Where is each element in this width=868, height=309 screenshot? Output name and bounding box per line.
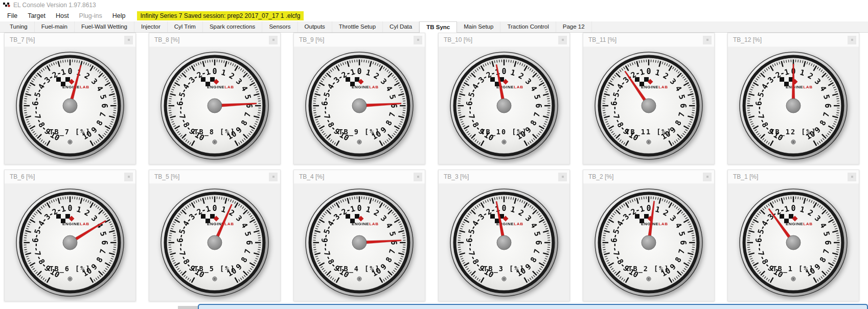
- panel-title: TB_2 [%]: [588, 173, 613, 180]
- tab-tuning[interactable]: Tuning: [3, 21, 35, 32]
- needle-hub: [63, 235, 77, 250]
- svg-text:0: 0: [67, 67, 72, 76]
- title-bar: EL Console Version 1.97.8613: [0, 0, 868, 10]
- panel-body: -10-9-8-7-6-5-4-3-2-1012345678910ENGINEL…: [294, 47, 425, 164]
- panel-title: TB_3 [%]: [444, 173, 469, 180]
- needle-hub: [642, 99, 656, 113]
- menu-item-host[interactable]: Host: [51, 11, 74, 21]
- svg-text:ENGINELAB: ENGINELAB: [786, 222, 813, 226]
- tab-outputs[interactable]: Outputs: [298, 21, 332, 32]
- menu-item-plug-ins[interactable]: Plug-ins: [74, 11, 107, 21]
- panel-body: -10-9-8-7-6-5-4-3-2-1012345678910ENGINEL…: [294, 184, 425, 301]
- tab-traction-control[interactable]: Traction Control: [500, 21, 556, 32]
- panel-body: -10-9-8-7-6-5-4-3-2-1012345678910ENGINEL…: [149, 184, 280, 301]
- panel-title: TB_11 [%]: [588, 36, 616, 43]
- tab-main-setup[interactable]: Main Setup: [457, 21, 500, 32]
- panel-body: -10-9-8-7-6-5-4-3-2-1012345678910ENGINEL…: [5, 184, 135, 301]
- svg-text:6: 6: [100, 240, 109, 245]
- svg-text:0: 0: [501, 204, 506, 213]
- panel-menu-button[interactable]: [414, 173, 422, 181]
- tab-injector[interactable]: Injector: [134, 21, 168, 32]
- panel-menu-button[interactable]: [848, 36, 856, 44]
- panel-title: TB_6 [%]: [10, 173, 35, 180]
- dial-label: TB_12 [%]: [770, 128, 816, 136]
- menu-item-target[interactable]: Target: [22, 11, 51, 21]
- background-window-edge[interactable]: [198, 304, 868, 309]
- tab-fuel-wall-wetting[interactable]: Fuel-Wall Wetting: [75, 21, 134, 32]
- needle-hub: [497, 99, 511, 113]
- panel-title: TB_8 [%]: [154, 36, 179, 43]
- svg-text:0: 0: [357, 67, 361, 76]
- panel-title: TB_1 [%]: [733, 173, 758, 180]
- svg-text:6: 6: [534, 240, 543, 245]
- tab-tb-sync[interactable]: TB Sync: [419, 21, 457, 33]
- panel-menu-button[interactable]: [124, 173, 133, 181]
- gauge-dial-tb_8: -10-9-8-7-6-5-4-3-2-1012345678910ENGINEL…: [161, 52, 269, 160]
- tab-spark-corrections[interactable]: Spark corrections: [203, 21, 262, 32]
- panel-menu-button[interactable]: [703, 173, 712, 181]
- panel-title: TB_10 [%]: [444, 36, 472, 43]
- panel-menu-button[interactable]: [558, 36, 567, 44]
- panel-body: -10-9-8-7-6-5-4-3-2-1012345678910ENGINEL…: [5, 47, 135, 164]
- session-label: Infinity Series 7 Saved session: prep2 2…: [137, 11, 304, 20]
- panel-header: TB_8 [%]: [149, 33, 280, 47]
- gauge-panel-tb_1: TB_1 [%]-10-9-8-7-6-5-4-3-2-101234567891…: [727, 170, 859, 301]
- window-title: EL Console Version 1.97.8613: [13, 2, 96, 9]
- panel-title: TB_7 [%]: [10, 36, 35, 43]
- panel-header: TB_10 [%]: [439, 33, 569, 47]
- checkered-flag-icon: [3, 3, 10, 8]
- tab-cyl-trim[interactable]: Cyl Trim: [168, 21, 203, 32]
- dial-label: TB_5 [%]: [194, 265, 235, 273]
- tab-cyl-data[interactable]: Cyl Data: [383, 21, 419, 32]
- gauge-panel-tb_6: TB_6 [%]-10-9-8-7-6-5-4-3-2-101234567891…: [4, 170, 136, 301]
- panel-header: TB_3 [%]: [439, 170, 569, 184]
- menu-item-file[interactable]: File: [2, 11, 22, 21]
- panel-menu-button[interactable]: [703, 36, 712, 44]
- menu-item-help[interactable]: Help: [107, 11, 131, 21]
- needle-hub: [786, 99, 801, 113]
- panel-menu-button[interactable]: [269, 36, 278, 44]
- panel-header: TB_9 [%]: [294, 33, 425, 47]
- gauge-dial-tb_12: -10-9-8-7-6-5-4-3-2-1012345678910ENGINEL…: [739, 52, 848, 160]
- dial-label: TB_1 [%]: [772, 265, 814, 273]
- svg-text:6: 6: [823, 240, 832, 245]
- panel-header: TB_1 [%]: [728, 170, 859, 184]
- gauge-dial-tb_6: -10-9-8-7-6-5-4-3-2-1012345678910ENGINEL…: [16, 188, 124, 297]
- gauge-dial-tb_3: -10-9-8-7-6-5-4-3-2-1012345678910ENGINEL…: [450, 188, 558, 297]
- tab-page-12[interactable]: Page 12: [556, 21, 592, 32]
- svg-text:ENGINELAB: ENGINELAB: [352, 222, 379, 226]
- svg-text:ENGINELAB: ENGINELAB: [641, 222, 668, 226]
- dial-label: TB_10 [%]: [481, 128, 527, 136]
- svg-text:ENGINELAB: ENGINELAB: [352, 85, 379, 89]
- panel-header: TB_7 [%]: [5, 33, 135, 47]
- gauge-panel-tb_5: TB_5 [%]-10-9-8-7-6-5-4-3-2-101234567891…: [149, 170, 281, 301]
- gauge-panel-tb_11: TB_11 [%]-10-9-8-7-6-5-4-3-2-10123456789…: [583, 33, 715, 164]
- svg-text:6: 6: [244, 240, 254, 245]
- panel-header: TB_6 [%]: [5, 170, 135, 184]
- needle-hub: [352, 99, 367, 113]
- tab-sensors[interactable]: Sensors: [262, 21, 298, 32]
- tab-throttle-setup[interactable]: Throttle Setup: [332, 21, 383, 32]
- gauge-dial-tb_7: -10-9-8-7-6-5-4-3-2-1012345678910ENGINEL…: [16, 52, 124, 160]
- panel-menu-button[interactable]: [414, 36, 422, 44]
- tab-fuel-main[interactable]: Fuel-main: [35, 21, 75, 32]
- gauge-dial-tb_11: -10-9-8-7-6-5-4-3-2-1012345678910ENGINEL…: [595, 52, 703, 160]
- gauge-dial-tb_5: -10-9-8-7-6-5-4-3-2-1012345678910ENGINEL…: [161, 188, 269, 297]
- svg-text:ENGINELAB: ENGINELAB: [786, 85, 813, 89]
- gauge-grid: TB_7 [%]-10-9-8-7-6-5-4-3-2-101234567891…: [4, 33, 859, 301]
- needle-hub: [208, 235, 222, 250]
- panel-header: TB_5 [%]: [149, 170, 280, 184]
- gauge-panel-tb_3: TB_3 [%]-10-9-8-7-6-5-4-3-2-101234567891…: [438, 170, 570, 301]
- panel-menu-button[interactable]: [848, 173, 856, 181]
- panel-title: TB_9 [%]: [299, 36, 324, 43]
- panel-body: -10-9-8-7-6-5-4-3-2-1012345678910ENGINEL…: [728, 184, 859, 301]
- gauge-dial-tb_2: -10-9-8-7-6-5-4-3-2-1012345678910ENGINEL…: [595, 188, 703, 297]
- panel-header: TB_12 [%]: [728, 33, 859, 47]
- needle-hub: [497, 235, 511, 250]
- panel-menu-button[interactable]: [269, 173, 278, 181]
- panel-menu-button[interactable]: [124, 36, 133, 44]
- dial-label: TB_9 [%]: [338, 128, 380, 136]
- panel-menu-button[interactable]: [558, 173, 567, 181]
- gauge-panel-tb_9: TB_9 [%]-10-9-8-7-6-5-4-3-2-101234567891…: [293, 33, 425, 164]
- gauge-panel-tb_4: TB_4 [%]-10-9-8-7-6-5-4-3-2-101234567891…: [293, 170, 425, 301]
